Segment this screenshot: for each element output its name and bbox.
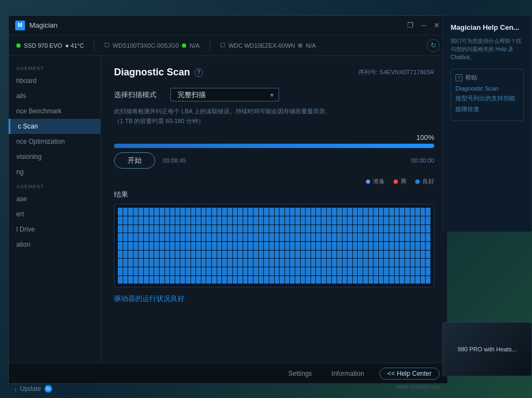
grid-cell: [363, 276, 368, 284]
grid-cell: [395, 259, 400, 267]
sidebar-item-details[interactable]: ails: [9, 88, 100, 104]
grid-cell: [301, 267, 306, 275]
legend-label-bad: 莠: [401, 177, 407, 185]
grid-cell: [243, 242, 248, 250]
information-button[interactable]: Information: [327, 368, 369, 380]
grid-cell: [290, 216, 295, 224]
grid-cell: [233, 225, 238, 233]
settings-button[interactable]: Settings: [284, 368, 316, 380]
grid-cell: [222, 251, 227, 259]
grid-cell: [400, 233, 404, 241]
grid-cell: [358, 242, 363, 250]
progress-bar-container: [114, 144, 434, 148]
grid-cell: [405, 276, 410, 284]
help-link-diagnostic[interactable]: Diagnostic Scan: [455, 85, 519, 92]
grid-cell: [186, 259, 191, 267]
device-status-dot: [16, 43, 21, 48]
sidebar-item-provisioning[interactable]: visioning: [9, 149, 100, 164]
sidebar-item-drive[interactable]: l Drive: [9, 222, 100, 237]
grid-cell: [180, 225, 185, 233]
help-link-troubleshoot[interactable]: 故障排查: [455, 105, 519, 113]
grid-cell: [295, 208, 300, 216]
help-link-features[interactable]: 按型号列出的支持功能: [455, 94, 519, 102]
grid-cell: [233, 233, 238, 241]
scan-mode-label: 选择扫描模式: [114, 90, 163, 100]
sidebar-item-optimization[interactable]: nce Optimization: [9, 134, 100, 149]
grid-cell: [186, 225, 191, 233]
refresh-button[interactable]: ↻: [427, 39, 440, 52]
grid-cell: [269, 216, 274, 224]
grid-cell: [389, 259, 394, 267]
grid-cell: [227, 225, 232, 233]
start-button[interactable]: 开始: [114, 152, 155, 169]
sidebar-section-management2: AGEMENT: [9, 179, 100, 191]
grid-cell: [343, 259, 347, 267]
sidebar-item-alert[interactable]: ert: [9, 207, 100, 222]
grid-cell: [134, 225, 138, 233]
grid-cell: [332, 225, 337, 233]
scan-mode-select[interactable]: 完整扫描 快速扫描: [170, 88, 279, 101]
grid-cell: [410, 242, 415, 250]
grid-cell: [165, 267, 170, 275]
promo-card[interactable]: 980 PRO with Heats...: [442, 322, 532, 376]
restore-button[interactable]: ❐: [406, 21, 415, 30]
grid-cell: [264, 267, 269, 275]
grid-cell: [238, 233, 243, 241]
grid-cell: [154, 233, 159, 241]
grid-cell: [410, 225, 415, 233]
grid-cell: [170, 208, 175, 216]
sidebar-item-diagnostic[interactable]: c Scan: [9, 119, 100, 134]
grid-cell: [389, 225, 394, 233]
grid-cell: [165, 216, 170, 224]
update-area[interactable]: ↓ Update N: [14, 385, 52, 393]
app-title: Magician: [29, 21, 406, 29]
help-icon[interactable]: ?: [194, 68, 203, 77]
grid-cell: [415, 251, 420, 259]
grid-cell: [343, 225, 347, 233]
grid-cell: [369, 233, 373, 241]
grid-cell: [118, 242, 123, 250]
grid-cell: [186, 208, 191, 216]
scan-desc-line2: （1 TB 的容量约需 60-180 分钟）: [114, 117, 434, 126]
grid-cell: [154, 208, 159, 216]
grid-cell: [138, 242, 143, 250]
grid-cell: [321, 251, 326, 259]
grid-cell: [301, 251, 306, 259]
sidebar-item-benchmark[interactable]: nce Benchmark: [9, 104, 100, 119]
grid-cell: [301, 276, 306, 284]
grid-cell: [321, 233, 326, 241]
grid-cell: [389, 267, 394, 275]
sidebar-item-migration[interactable]: ation: [9, 237, 100, 252]
progress-percentage: 100%: [114, 133, 434, 142]
status-text[interactable]: 驱动器的运行状况良好: [114, 294, 434, 304]
grid-cell: [373, 208, 378, 216]
device-icon-3: ☐: [220, 42, 225, 49]
close-button[interactable]: ✕: [432, 21, 441, 30]
grid-cell: [217, 251, 222, 259]
grid-cell: [212, 276, 217, 284]
device-wdc[interactable]: ☐ WDC WD10EZEX-60WN N/A: [220, 42, 316, 49]
update-label: Update: [20, 385, 41, 393]
sidebar-item-dashboard[interactable]: hboard: [9, 73, 100, 88]
device-wds[interactable]: ☐ WDS100T3X0C-00SJG0 N/A: [104, 42, 200, 49]
grid-cell: [160, 267, 164, 275]
grid-cell: [144, 225, 149, 233]
grid-cell: [248, 267, 253, 275]
minimize-button[interactable]: ─: [419, 21, 428, 30]
device-ssd970evo[interactable]: SSD 970 EVO ● 41°C: [16, 42, 84, 49]
grid-cell: [280, 233, 284, 241]
grid-cell: [426, 208, 430, 216]
device-dot-2: [182, 43, 186, 48]
grid-cell: [400, 208, 404, 216]
grid-cell: [128, 225, 133, 233]
help-center-button[interactable]: << Help Center: [379, 368, 440, 380]
grid-cell: [306, 259, 311, 267]
grid-cell: [332, 242, 337, 250]
grid-cell: [191, 259, 196, 267]
grid-cell: [311, 242, 316, 250]
sidebar-item-settings[interactable]: ng: [9, 164, 100, 179]
sidebar-item-erase[interactable]: ase: [9, 191, 100, 207]
grid-cell: [206, 225, 211, 233]
grid-cell: [201, 267, 206, 275]
grid-cell: [306, 216, 311, 224]
